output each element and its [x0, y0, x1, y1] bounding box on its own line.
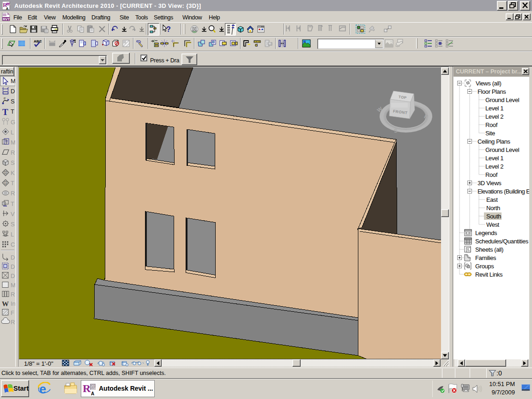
svg-text:Elevations (Building E: Elevations (Building E [478, 188, 529, 195]
svg-text:S: S [11, 98, 15, 105]
svg-text:S: S [11, 221, 15, 228]
svg-text:R: R [11, 319, 15, 326]
svg-text:D: D [11, 254, 15, 261]
svg-text:Sheets (all): Sheets (all) [475, 246, 503, 253]
svg-text:A: A [6, 7, 8, 10]
svg-text:Level 1: Level 1 [485, 105, 503, 112]
svg-text:Level 2: Level 2 [485, 163, 503, 170]
svg-text:K: K [11, 169, 15, 176]
svg-text:G: G [11, 119, 15, 126]
svg-text:D: D [11, 272, 15, 279]
svg-text:M: M [11, 139, 15, 146]
svg-text:Groups: Groups [475, 263, 494, 270]
svg-text:T: T [11, 200, 14, 207]
svg-text:S: S [11, 159, 15, 166]
svg-text:D: D [11, 88, 15, 95]
svg-text:T: T [11, 108, 14, 115]
svg-text:East: East [486, 196, 498, 203]
svg-text:T: T [11, 180, 14, 187]
svg-text:?: ? [166, 25, 171, 33]
svg-text:Floor Plans: Floor Plans [478, 88, 506, 95]
svg-text:A: A [91, 391, 94, 396]
svg-text:Level 2: Level 2 [485, 113, 503, 120]
svg-text:R: R [11, 291, 15, 298]
svg-text:RVT: RVT [3, 17, 10, 21]
svg-text:V: V [11, 211, 15, 218]
svg-text:Schedules/Quantities: Schedules/Quantities [475, 238, 529, 245]
svg-text:10: 10 [7, 3, 10, 6]
svg-text:Ceiling Plans: Ceiling Plans [478, 138, 511, 145]
svg-text:R: R [11, 190, 15, 197]
svg-text:L: L [11, 129, 14, 136]
svg-text:Legends: Legends [475, 230, 497, 236]
svg-text:Ground Level: Ground Level [485, 97, 520, 103]
svg-text:M: M [11, 78, 15, 85]
svg-text:Site: Site [485, 130, 495, 137]
svg-text:Families: Families [475, 254, 496, 261]
svg-text:T: T [5, 171, 7, 175]
svg-text:Views (all): Views (all) [476, 80, 501, 87]
svg-text:L: L [11, 231, 14, 238]
svg-text:Revit Links: Revit Links [475, 271, 503, 278]
svg-text:T: T [2, 107, 8, 117]
svg-text:D: D [11, 263, 15, 270]
svg-text:Roof: Roof [485, 121, 498, 128]
svg-text:3D Views: 3D Views [478, 180, 502, 187]
svg-text:North: North [486, 205, 500, 212]
svg-text:1: 1 [5, 181, 7, 185]
svg-text:Level 1: Level 1 [485, 155, 503, 162]
svg-text:West: West [486, 221, 500, 228]
svg-text:R: R [83, 382, 91, 394]
svg-text:Ground Level: Ground Level [485, 146, 520, 153]
svg-text:10!: 10! [91, 387, 96, 390]
svg-text:R: R [11, 149, 15, 156]
svg-text:F: F [11, 309, 14, 316]
svg-text:0': 0' [4, 97, 6, 100]
svg-text:C: C [11, 241, 15, 248]
svg-text:South: South [486, 213, 501, 220]
svg-text:In: In [11, 300, 15, 307]
svg-text:M: M [11, 282, 15, 289]
svg-text:W: W [2, 300, 9, 308]
svg-text:Roof: Roof [485, 171, 498, 178]
